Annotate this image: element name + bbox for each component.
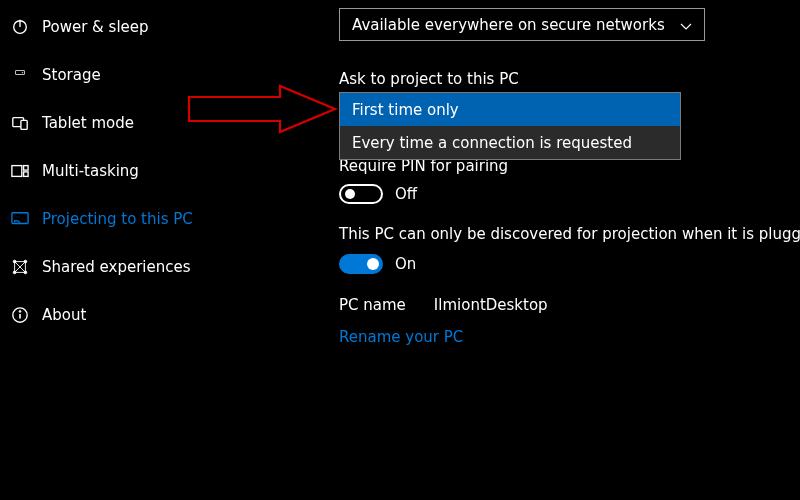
sidebar-item-storage[interactable]: Storage — [0, 51, 250, 99]
toggle-knob — [345, 189, 355, 199]
pc-name-value: IlmiontDesktop — [434, 296, 548, 314]
require-pin-toggle[interactable] — [339, 184, 383, 204]
svg-rect-5 — [21, 120, 27, 129]
rename-pc-link[interactable]: Rename your PC — [339, 328, 463, 346]
sidebar-item-label: Multi-tasking — [42, 162, 139, 180]
pc-name-label: PC name — [339, 296, 406, 314]
sidebar-item-tablet-mode[interactable]: Tablet mode — [0, 99, 250, 147]
sidebar-item-about[interactable]: About — [0, 291, 250, 339]
multitask-icon — [10, 161, 30, 181]
option-label: First time only — [352, 101, 459, 119]
svg-point-22 — [19, 311, 21, 313]
about-icon — [10, 305, 30, 325]
pc-name-row: PC name IlmiontDesktop — [339, 296, 548, 314]
svg-rect-8 — [24, 172, 29, 177]
dropdown-option-first-time[interactable]: First time only — [340, 93, 680, 126]
discover-when-plugged-label: This PC can only be discovered for proje… — [339, 225, 799, 243]
project-icon — [10, 209, 30, 229]
sidebar-item-label: Storage — [42, 66, 101, 84]
sidebar-item-projecting[interactable]: Projecting to this PC — [0, 195, 250, 243]
ask-to-project-label: Ask to project to this PC — [339, 70, 789, 88]
sidebar-item-label: Power & sleep — [42, 18, 149, 36]
require-pin-toggle-row: Off — [339, 184, 417, 204]
shared-icon — [10, 257, 30, 277]
network-availability-select[interactable]: Available everywhere on secure networks — [339, 8, 705, 41]
svg-point-3 — [22, 72, 23, 73]
sidebar-item-label: Projecting to this PC — [42, 210, 193, 228]
sidebar-item-label: Shared experiences — [42, 258, 191, 276]
svg-rect-7 — [24, 166, 29, 171]
power-icon — [10, 17, 30, 37]
storage-icon — [10, 65, 30, 85]
sidebar-item-label: Tablet mode — [42, 114, 134, 132]
settings-sidebar: Power & sleep Storage Tablet mode Multi-… — [0, 0, 250, 339]
discover-toggle[interactable] — [339, 254, 383, 274]
chevron-down-icon — [680, 19, 692, 31]
discover-toggle-row: On — [339, 254, 416, 274]
tablet-icon — [10, 113, 30, 133]
sidebar-item-multitasking[interactable]: Multi-tasking — [0, 147, 250, 195]
sidebar-item-power-sleep[interactable]: Power & sleep — [0, 3, 250, 51]
sidebar-item-shared-experiences[interactable]: Shared experiences — [0, 243, 250, 291]
main-content: Available everywhere on secure networks … — [339, 8, 789, 88]
option-label: Every time a connection is requested — [352, 134, 632, 152]
sidebar-item-label: About — [42, 306, 86, 324]
toggle-state-label: Off — [395, 185, 417, 203]
toggle-knob — [367, 258, 379, 270]
ask-to-project-dropdown[interactable]: First time only Every time a connection … — [339, 92, 681, 160]
dropdown-option-every-time[interactable]: Every time a connection is requested — [340, 126, 680, 159]
select-value: Available everywhere on secure networks — [352, 16, 665, 34]
svg-rect-6 — [12, 166, 22, 177]
toggle-state-label: On — [395, 255, 416, 273]
